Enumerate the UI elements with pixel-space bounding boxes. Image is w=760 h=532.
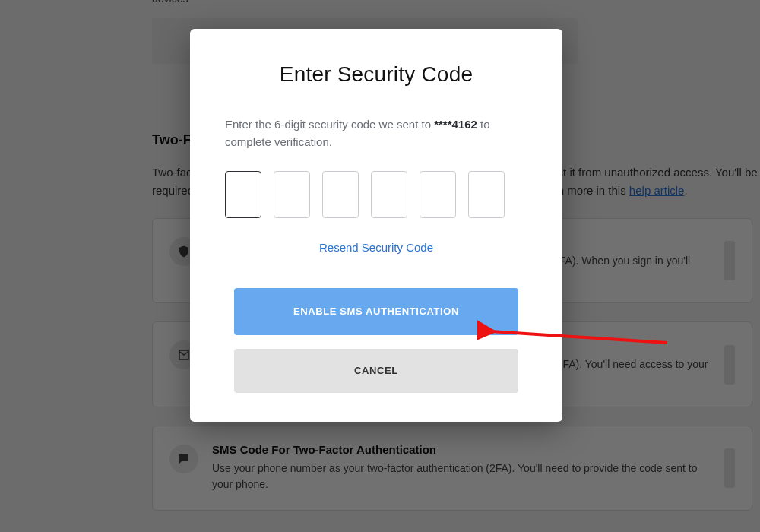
code-input-row bbox=[225, 171, 527, 218]
resend-code-link[interactable]: Resend Security Code bbox=[319, 241, 433, 254]
code-digit-2[interactable] bbox=[274, 171, 310, 218]
code-digit-5[interactable] bbox=[420, 171, 456, 218]
modal-title: Enter Security Code bbox=[225, 62, 527, 87]
code-digit-1[interactable] bbox=[225, 171, 261, 218]
masked-phone-number: ****4162 bbox=[434, 118, 477, 131]
modal-description: Enter the 6-digit security code we sent … bbox=[225, 116, 527, 151]
security-code-modal: Enter Security Code Enter the 6-digit se… bbox=[190, 29, 562, 422]
cancel-button[interactable]: CANCEL bbox=[234, 349, 518, 393]
code-digit-3[interactable] bbox=[322, 171, 359, 218]
enable-sms-button[interactable]: ENABLE SMS AUTHENTICATION bbox=[234, 288, 518, 335]
code-digit-4[interactable] bbox=[371, 171, 407, 218]
code-digit-6[interactable] bbox=[468, 171, 505, 218]
modal-desc-prefix: Enter the 6-digit security code we sent … bbox=[225, 118, 434, 131]
